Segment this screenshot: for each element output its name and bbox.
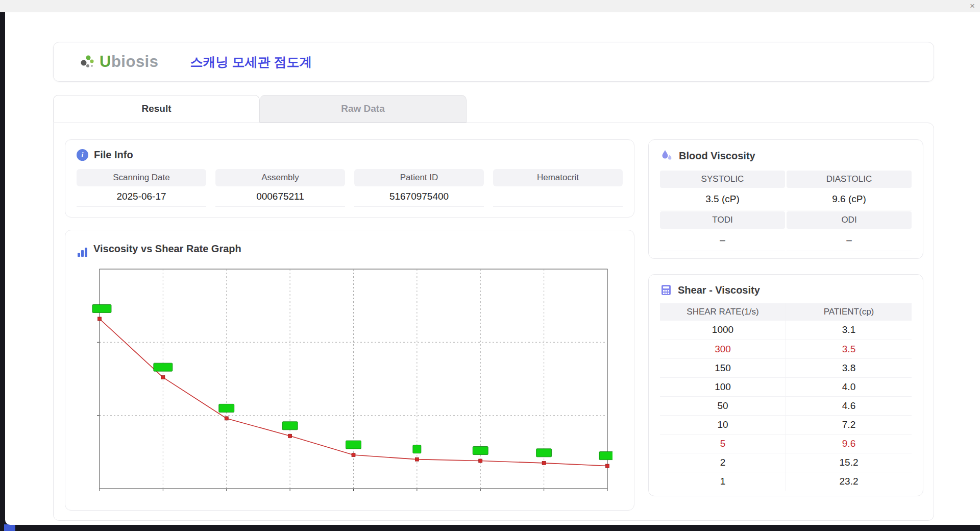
table-row: 504.6: [660, 396, 912, 415]
field-label: Patient ID: [354, 169, 484, 186]
cell-shear: 2: [660, 453, 786, 472]
field-hematocrit: Hematocrit: [493, 169, 623, 207]
droplet-icon: [660, 149, 673, 162]
cell-shear: 10: [660, 415, 786, 434]
window-close-button[interactable]: ×: [970, 1, 975, 12]
bv-value-systolic: 3.5 (cP): [660, 188, 785, 210]
field-value: [493, 186, 623, 207]
cell-patient: 23.2: [786, 472, 912, 491]
file-info-card: i File Info Scanning Date 2025-06-17 Ass…: [65, 139, 634, 218]
shear-viscosity-card: Shear - Viscosity SHEAR RATE(1/s) PATIEN…: [648, 274, 923, 496]
table-row: 1503.8: [660, 358, 912, 377]
ubiosis-logo: Ubiosis: [77, 52, 158, 72]
file-info-title: File Info: [94, 149, 133, 161]
cell-shear: 50: [660, 396, 786, 415]
column-patient: PATIENT(cp): [786, 303, 912, 321]
table-row-highlight: 3003.5: [660, 340, 912, 358]
bv-label-systolic: SYSTOLIC: [660, 171, 785, 188]
info-icon: i: [77, 149, 88, 161]
field-label: Hematocrit: [493, 169, 623, 186]
cell-patient: 3.5: [786, 340, 912, 358]
table-row: 107.2: [660, 415, 912, 434]
file-info-fields: Scanning Date 2025-06-17 Assembly 000675…: [77, 169, 623, 207]
field-label: Scanning Date: [77, 169, 206, 186]
column-shear-rate: SHEAR RATE(1/s): [660, 303, 786, 321]
field-scanning-date: Scanning Date 2025-06-17: [77, 169, 206, 207]
bv-value-todi: –: [660, 229, 785, 251]
blood-viscosity-grid: SYSTOLIC DIASTOLIC 3.5 (cP) 9.6 (cP) TOD…: [660, 170, 912, 251]
tab-bar: Result Raw Data: [53, 95, 934, 123]
app-dialog: Ubiosis 스캐닝 모세관 점도계 Result Raw Data i Fi…: [5, 12, 980, 525]
app-header: Ubiosis 스캐닝 모세관 점도계: [53, 42, 934, 82]
tab-result[interactable]: Result: [53, 95, 260, 123]
bv-value-odi: –: [787, 229, 912, 251]
field-value: 000675211: [215, 186, 345, 207]
cell-shear: 150: [660, 358, 786, 377]
bv-label-odi: ODI: [787, 211, 912, 229]
app-title: 스캐닝 모세관 점도계: [190, 54, 312, 70]
cell-shear: 1: [660, 472, 786, 491]
viscosity-chart: [77, 265, 612, 505]
shear-viscosity-title: Shear - Viscosity: [678, 284, 760, 296]
cell-shear: 300: [660, 340, 786, 358]
blood-viscosity-card: Blood Viscosity SYSTOLIC DIASTOLIC 3.5 (…: [648, 139, 923, 259]
cell-patient: 4.0: [786, 377, 912, 396]
graph-title-row: Viscosity vs Shear Rate Graph: [77, 239, 623, 258]
cell-patient: 15.2: [786, 453, 912, 472]
bv-label-diastolic: DIASTOLIC: [787, 171, 912, 188]
field-value: 2025-06-17: [77, 186, 206, 207]
cell-patient: 3.1: [786, 321, 912, 340]
shear-viscosity-table: SHEAR RATE(1/s) PATIENT(cp) 10003.1 3003…: [660, 303, 912, 491]
field-assembly: Assembly 000675211: [215, 169, 345, 207]
shear-viscosity-title-row: Shear - Viscosity: [660, 284, 912, 296]
file-info-title-row: i File Info: [77, 149, 623, 161]
table-header-row: SHEAR RATE(1/s) PATIENT(cp): [660, 303, 912, 321]
blood-viscosity-title: Blood Viscosity: [679, 150, 755, 162]
cell-patient: 3.8: [786, 358, 912, 377]
cell-shear: 1000: [660, 321, 786, 340]
bar-chart-icon: [77, 247, 88, 258]
field-value: 51670975400: [354, 186, 484, 207]
ubiosis-logo-icon: [77, 52, 97, 72]
graph-title: Viscosity vs Shear Rate Graph: [93, 243, 241, 255]
window-title-bar: ×: [0, 0, 980, 12]
cell-patient: 4.6: [786, 396, 912, 415]
bv-label-todi: TODI: [660, 211, 785, 229]
table-row: 1004.0: [660, 377, 912, 396]
table-row: 215.2: [660, 453, 912, 472]
table-row: 10003.1: [660, 321, 912, 340]
cell-patient: 7.2: [786, 415, 912, 434]
result-panel: i File Info Scanning Date 2025-06-17 Ass…: [53, 123, 934, 521]
cell-shear: 5: [660, 434, 786, 453]
field-label: Assembly: [215, 169, 345, 186]
background-taskbar-fragment: [4, 524, 15, 531]
cell-patient: 9.6: [786, 434, 912, 453]
viscosity-graph-card: Viscosity vs Shear Rate Graph: [65, 230, 634, 511]
bv-value-diastolic: 9.6 (cP): [787, 188, 912, 210]
blood-viscosity-title-row: Blood Viscosity: [660, 149, 912, 162]
logo-text: Ubiosis: [100, 53, 158, 71]
field-patient-id: Patient ID 51670975400: [354, 169, 484, 207]
table-row-highlight: 59.6: [660, 434, 912, 453]
table-row: 123.2: [660, 472, 912, 491]
calculator-icon: [660, 284, 672, 296]
tab-raw-data[interactable]: Raw Data: [260, 95, 467, 123]
cell-shear: 100: [660, 377, 786, 396]
